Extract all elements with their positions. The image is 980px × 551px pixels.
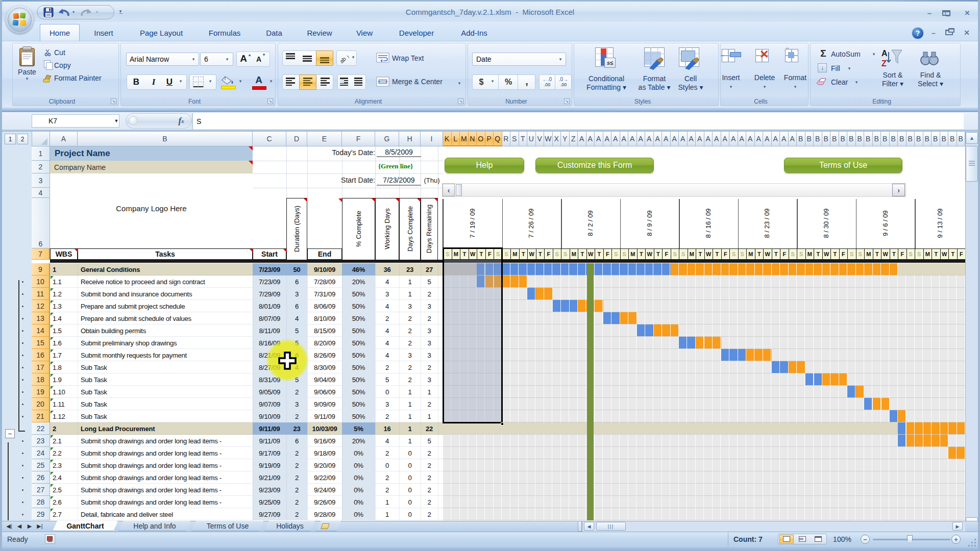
svg-text:Z: Z xyxy=(881,59,887,68)
svg-text:A: A xyxy=(881,49,888,58)
svg-text:ab: ab xyxy=(339,56,347,64)
